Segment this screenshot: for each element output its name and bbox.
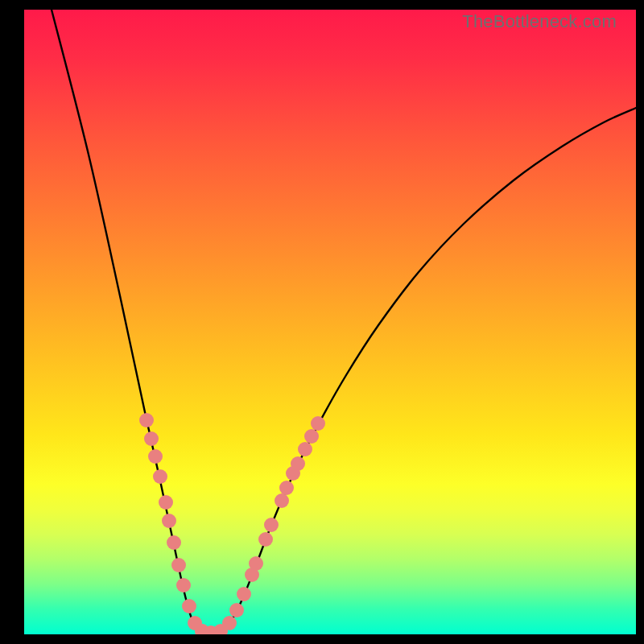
marker-dot xyxy=(148,449,163,464)
marker-dot xyxy=(279,481,294,495)
marker-dot xyxy=(237,587,251,601)
watermark-text: TheBottleneck.com xyxy=(462,11,617,32)
marker-dot xyxy=(153,469,167,484)
marker-dot xyxy=(249,556,263,571)
marker-dot xyxy=(182,599,196,613)
marker-dot xyxy=(159,495,173,510)
marker-dot xyxy=(139,413,154,427)
marker-dot xyxy=(167,535,181,550)
marker-dot xyxy=(229,603,244,617)
marker-dot xyxy=(258,532,273,547)
chart-frame: TheBottleneck.com xyxy=(0,0,644,644)
marker-dot xyxy=(222,616,237,630)
marker-dot xyxy=(311,416,325,431)
marker-dot xyxy=(275,493,289,508)
marker-dot xyxy=(176,578,191,592)
plot-area xyxy=(24,10,636,634)
marker-dot xyxy=(171,558,186,572)
marker-dots xyxy=(139,413,325,634)
marker-dot xyxy=(162,514,176,528)
marker-dot xyxy=(298,442,312,456)
marker-dot xyxy=(264,518,279,532)
bottleneck-curve xyxy=(52,10,636,634)
chart-svg xyxy=(24,10,636,634)
marker-dot xyxy=(144,431,159,446)
marker-dot xyxy=(304,429,319,444)
marker-dot xyxy=(291,456,305,471)
